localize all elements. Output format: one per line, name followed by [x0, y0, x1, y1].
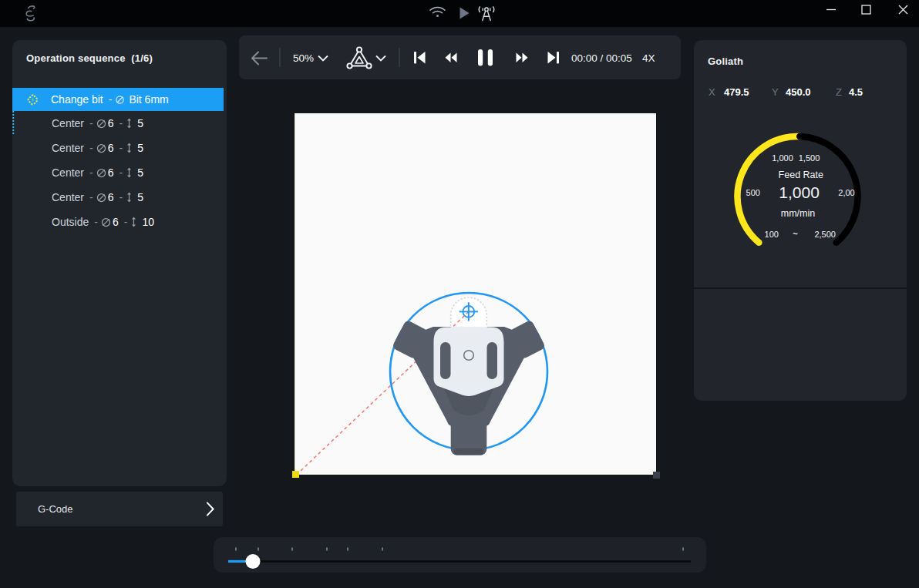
svg-text:4X: 4X	[642, 52, 655, 64]
svg-text:2,500: 2,500	[814, 230, 836, 239]
svg-text:1,000: 1,000	[779, 183, 820, 201]
svg-text:1,000: 1,000	[772, 153, 793, 163]
svg-text:500: 500	[746, 188, 760, 197]
svg-text:Feed Rate: Feed Rate	[779, 170, 823, 180]
svg-text:mm/min: mm/min	[781, 208, 815, 219]
svg-text:2,00: 2,00	[838, 188, 854, 197]
svg-text:~: ~	[793, 229, 798, 238]
svg-text:100: 100	[765, 230, 779, 239]
svg-text:50%: 50%	[293, 52, 314, 64]
svg-text:00:00 / 00:05: 00:00 / 00:05	[571, 52, 632, 64]
svg-text:1,500: 1,500	[799, 153, 820, 163]
